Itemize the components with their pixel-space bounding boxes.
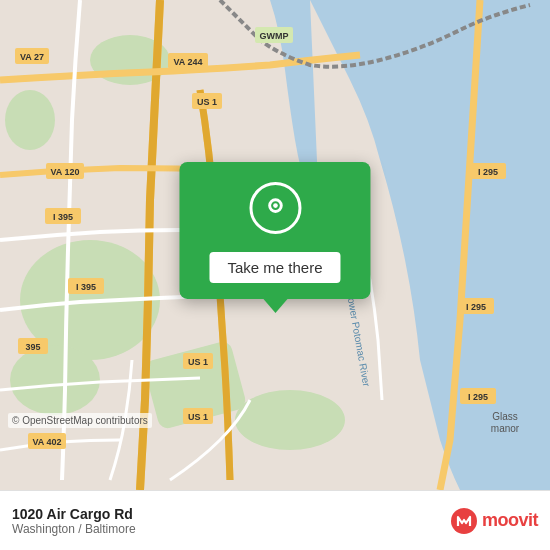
svg-text:Glass: Glass — [492, 411, 518, 422]
svg-text:VA 120: VA 120 — [50, 167, 79, 177]
svg-point-2 — [10, 345, 100, 415]
popup-card: Take me there — [179, 162, 370, 299]
map-container: I 395 I 395 395 VA 27 VA 244 GWMP US 1 V… — [0, 0, 550, 490]
address-block: 1020 Air Cargo Rd Washington / Baltimore — [12, 506, 136, 536]
svg-text:395: 395 — [25, 342, 40, 352]
location-pin-icon — [261, 194, 289, 222]
svg-text:US 1: US 1 — [197, 97, 217, 107]
svg-text:GWMP: GWMP — [260, 31, 289, 41]
svg-text:I 395: I 395 — [53, 212, 73, 222]
svg-point-6 — [5, 90, 55, 150]
svg-text:US 1: US 1 — [188, 357, 208, 367]
address-main: 1020 Air Cargo Rd — [12, 506, 136, 522]
take-me-there-button[interactable]: Take me there — [209, 252, 340, 283]
svg-text:I 295: I 295 — [468, 392, 488, 402]
popup-overlay: Take me there — [179, 162, 370, 313]
location-icon-wrap — [249, 182, 301, 234]
svg-text:VA 402: VA 402 — [32, 437, 61, 447]
bottom-bar: 1020 Air Cargo Rd Washington / Baltimore… — [0, 490, 550, 550]
svg-point-4 — [235, 390, 345, 450]
svg-text:I 295: I 295 — [478, 167, 498, 177]
copyright-text: © OpenStreetMap contributors — [8, 413, 152, 428]
svg-text:US 1: US 1 — [188, 412, 208, 422]
moovit-logo: moovit — [450, 507, 538, 535]
svg-point-41 — [273, 203, 278, 208]
svg-text:I 295: I 295 — [466, 302, 486, 312]
svg-text:VA 244: VA 244 — [173, 57, 202, 67]
popup-caret — [263, 299, 287, 313]
svg-text:I 395: I 395 — [76, 282, 96, 292]
moovit-brand-text: moovit — [482, 510, 538, 531]
address-sub: Washington / Baltimore — [12, 522, 136, 536]
svg-text:VA 27: VA 27 — [20, 52, 44, 62]
moovit-brand-icon — [450, 507, 478, 535]
svg-text:manor: manor — [491, 423, 520, 434]
